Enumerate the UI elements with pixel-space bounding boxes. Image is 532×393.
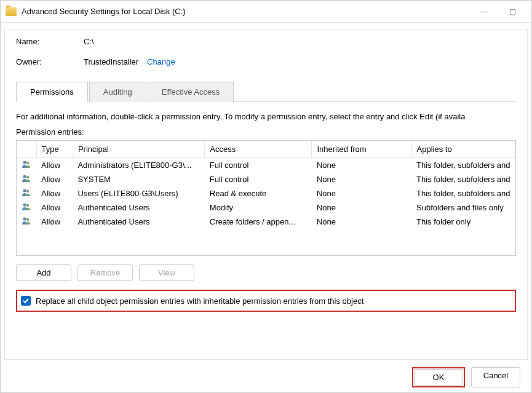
- ok-button[interactable]: OK: [414, 369, 463, 386]
- cell-principal: Authenticated Users: [73, 215, 204, 229]
- users-icon: [22, 202, 31, 211]
- cell-inherited: None: [312, 215, 411, 229]
- col-access[interactable]: Access: [205, 141, 312, 158]
- cell-type: Allow: [36, 172, 73, 186]
- table-row[interactable]: AllowAuthenticated UsersModifyNoneSubfol…: [17, 200, 515, 215]
- table-row[interactable]: AllowAdministrators (ELITE800-G3\...Full…: [17, 158, 515, 173]
- name-row: Name: C:\: [16, 37, 516, 46]
- content-area: Name: C:\ Owner: TrustedInstaller Change…: [4, 29, 528, 360]
- cell-access: Full control: [205, 172, 312, 186]
- replace-checkbox-row: Replace all child object permission entr…: [16, 290, 516, 312]
- cell-applies: This folder only: [411, 215, 515, 229]
- entries-label: Permission entries:: [16, 127, 516, 137]
- owner-row: Owner: TrustedInstaller Change: [16, 57, 516, 66]
- cell-access: Modify: [205, 200, 312, 215]
- cell-access: Full control: [205, 158, 312, 173]
- users-icon: [22, 188, 31, 197]
- cell-type: Allow: [36, 158, 73, 173]
- remove-button[interactable]: Remove: [77, 264, 133, 281]
- cell-type: Allow: [36, 200, 73, 215]
- replace-checkbox-label: Replace all child object permission entr…: [36, 296, 363, 306]
- tabs: Permissions Auditing Effective Access: [16, 81, 516, 102]
- col-applies[interactable]: Applies to: [411, 141, 515, 158]
- cancel-button[interactable]: Cancel: [471, 367, 520, 387]
- table-row[interactable]: AllowSYSTEMFull controlNoneThis folder, …: [17, 172, 515, 186]
- cell-inherited: None: [312, 186, 411, 200]
- cell-access: Create folders / appen...: [205, 215, 312, 229]
- users-icon: [22, 174, 31, 183]
- svg-point-2: [23, 175, 26, 178]
- view-button[interactable]: View: [139, 264, 194, 281]
- tab-effective-access[interactable]: Effective Access: [148, 82, 234, 102]
- svg-point-0: [23, 161, 26, 164]
- change-link[interactable]: Change: [147, 57, 175, 66]
- name-label: Name:: [16, 37, 84, 46]
- svg-point-7: [26, 204, 29, 207]
- cell-principal: Administrators (ELITE800-G3\...: [73, 158, 204, 173]
- users-icon: [22, 216, 31, 225]
- replace-checkbox[interactable]: [21, 296, 31, 306]
- tab-permissions[interactable]: Permissions: [16, 82, 88, 102]
- window-controls: — ▢: [470, 3, 526, 20]
- cell-type: Allow: [36, 215, 73, 229]
- col-icon[interactable]: [17, 141, 36, 158]
- window-frame: Advanced Security Settings for Local Dis…: [0, 0, 532, 393]
- svg-point-4: [23, 189, 26, 193]
- action-buttons: Add Remove View: [16, 264, 516, 281]
- col-inherited[interactable]: Inherited from: [312, 141, 411, 158]
- cell-inherited: None: [312, 158, 411, 173]
- table-row[interactable]: AllowAuthenticated UsersCreate folders /…: [17, 215, 515, 229]
- name-value: C:\: [84, 37, 94, 46]
- minimize-button[interactable]: —: [470, 3, 498, 20]
- cell-type: Allow: [36, 186, 73, 200]
- cell-applies: This folder, subfolders and: [411, 158, 515, 173]
- folder-icon: [6, 7, 17, 16]
- cell-principal: Users (ELITE800-G3\Users): [73, 186, 204, 200]
- permissions-table-container: Type Principal Access Inherited from App…: [16, 140, 516, 256]
- help-text: For additional information, double-click…: [16, 112, 516, 121]
- titlebar: Advanced Security Settings for Local Dis…: [1, 1, 531, 23]
- footer: OK Cancel: [1, 360, 531, 392]
- owner-label: Owner:: [16, 57, 84, 66]
- svg-point-5: [26, 190, 29, 193]
- table-row[interactable]: AllowUsers (ELITE800-G3\Users)Read & exe…: [17, 186, 515, 200]
- cell-principal: Authenticated Users: [73, 200, 204, 215]
- svg-point-1: [26, 162, 29, 164]
- cell-applies: This folder, subfolders and: [411, 186, 515, 200]
- svg-point-3: [26, 176, 29, 178]
- permissions-table[interactable]: Type Principal Access Inherited from App…: [17, 141, 515, 229]
- ok-highlight: OK: [412, 367, 465, 387]
- cell-applies: This folder, subfolders and: [411, 172, 515, 186]
- cell-inherited: None: [312, 200, 411, 215]
- svg-point-6: [23, 204, 26, 207]
- maximize-button[interactable]: ▢: [498, 3, 526, 20]
- cell-applies: Subfolders and files only: [411, 200, 515, 215]
- add-button[interactable]: Add: [16, 264, 71, 281]
- svg-point-9: [26, 218, 29, 221]
- checkmark-icon: [22, 297, 30, 304]
- tab-auditing[interactable]: Auditing: [89, 82, 146, 102]
- window-title: Advanced Security Settings for Local Dis…: [22, 7, 470, 16]
- svg-point-8: [23, 218, 26, 221]
- owner-value: TrustedInstaller: [84, 57, 138, 66]
- users-icon: [22, 160, 31, 169]
- col-principal[interactable]: Principal: [73, 141, 204, 158]
- cell-access: Read & execute: [205, 186, 312, 200]
- cell-principal: SYSTEM: [73, 172, 204, 186]
- cell-inherited: None: [312, 172, 411, 186]
- col-type[interactable]: Type: [36, 141, 73, 158]
